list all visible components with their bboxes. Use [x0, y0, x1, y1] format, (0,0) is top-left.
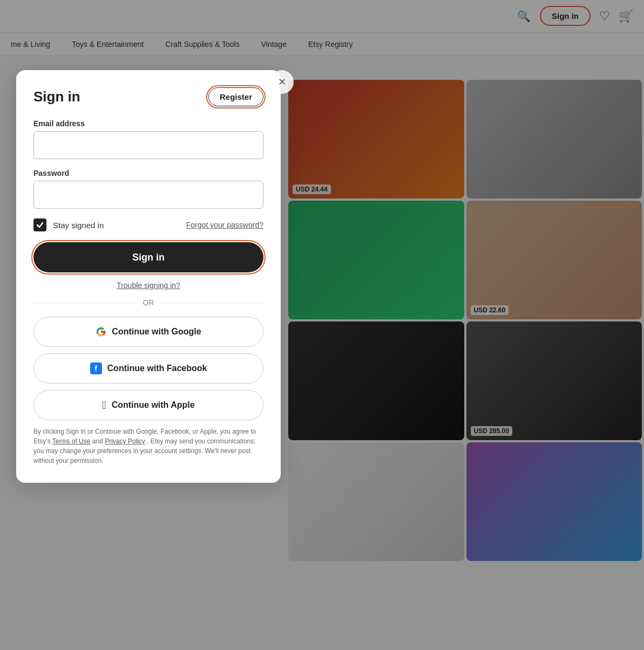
google-btn-label: Continue with Google: [112, 327, 201, 337]
facebook-signin-button[interactable]: f Continue with Facebook: [33, 353, 263, 384]
google-icon: [96, 326, 106, 337]
facebook-btn-label: Continue with Facebook: [107, 364, 207, 373]
apple-icon: : [102, 399, 106, 412]
signin-modal: Sign in Register Email address Password …: [16, 70, 281, 483]
facebook-icon: f: [90, 362, 102, 374]
modal-header: Sign in Register: [33, 87, 263, 106]
or-divider: OR: [33, 298, 263, 307]
divider-left: [33, 303, 137, 303]
password-label: Password: [33, 169, 263, 177]
stay-signed-row: Stay signed in Forgot your password?: [33, 218, 263, 231]
close-button[interactable]: ✕: [270, 70, 294, 94]
register-button[interactable]: Register: [208, 87, 263, 106]
stay-signed-checkbox[interactable]: [33, 218, 46, 231]
stay-signed-label: Stay signed in: [53, 221, 104, 230]
password-input[interactable]: [33, 181, 263, 209]
legal-text: By clicking Sign in or Continue with Goo…: [33, 427, 263, 466]
apple-signin-button[interactable]:  Continue with Apple: [33, 390, 263, 420]
signin-main-button[interactable]: Sign in: [33, 242, 263, 272]
divider-right: [161, 303, 264, 303]
apple-btn-label: Continue with Apple: [112, 400, 195, 410]
modal-title: Sign in: [33, 88, 80, 105]
forgot-password-link[interactable]: Forgot your password?: [186, 221, 263, 229]
email-input[interactable]: [33, 131, 263, 159]
terms-link[interactable]: Terms of Use: [52, 437, 91, 445]
checkmark-icon: [36, 221, 44, 229]
email-label: Email address: [33, 119, 263, 128]
divider-or-text: OR: [143, 298, 154, 307]
privacy-link[interactable]: Privacy Policy: [105, 437, 145, 445]
trouble-signing-link[interactable]: Trouble signing in?: [33, 281, 263, 290]
google-signin-button[interactable]: Continue with Google: [33, 317, 263, 347]
